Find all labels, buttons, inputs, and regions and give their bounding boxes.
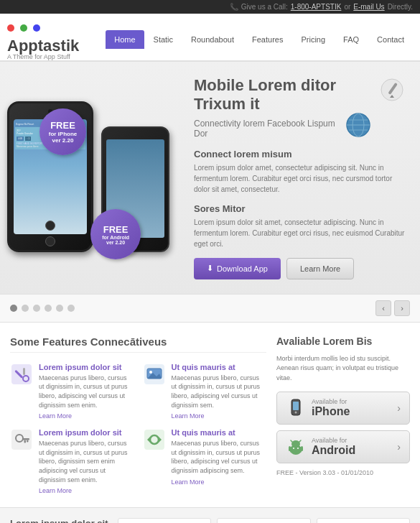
iphone-avail-icon	[286, 398, 306, 418]
logo-title: Apptastik	[7, 18, 106, 55]
quote-icon-2: "	[221, 520, 228, 523]
testimonial-2: " Maecenas purus libero, cursus ut digni…	[217, 518, 310, 523]
android-avail-button[interactable]: Available for Android ›	[276, 430, 410, 463]
feature-content-3: Lorem ipsum dolor sit Maecenas purus lib…	[39, 428, 134, 494]
avail-title: Avaliable Lorem Bis	[276, 335, 410, 347]
feature-text-1: Maecenas purus libero, cursus ut digniss…	[39, 374, 134, 409]
hero-text: Mobile Lorem ditor Trixum it Connectivit…	[179, 76, 406, 279]
nav-roundabout[interactable]: Roundabout	[182, 30, 243, 49]
svg-rect-28	[290, 447, 302, 453]
bottom-content: Lorem ipsum dolor sit amet maecenas... →…	[0, 507, 420, 523]
dot-6[interactable]	[67, 305, 75, 312]
dot-4[interactable]	[45, 305, 52, 312]
android-avail-arrow: ›	[397, 441, 401, 453]
hero-section1-title: Connect lorem misum	[194, 149, 406, 159]
email-link[interactable]: E-mail Us	[353, 3, 384, 11]
iphone-avail-label: Available for	[312, 398, 391, 405]
features-section: Some Features Connecātiveus Lorem ipsum …	[0, 323, 420, 507]
iphone-avail-arrow: ›	[397, 402, 401, 414]
iphone-avail-button[interactable]: Available for iPhone ›	[276, 392, 410, 425]
dot-3[interactable]	[33, 305, 40, 312]
testimonial-3: " Maecenas purus libero leo id tu sty, c…	[317, 518, 410, 523]
logo-subtitle: A Theme for App Stuff	[7, 53, 106, 60]
feature-link-3[interactable]: Learn More	[39, 487, 134, 494]
hero-section1-text: Lorem ipsum dolor amet, consectetur adip…	[194, 162, 406, 195]
logo-dot3	[33, 24, 40, 32]
svg-rect-20	[24, 440, 27, 443]
svg-point-30	[297, 448, 299, 449]
slider-bar: ‹ ›	[0, 294, 420, 323]
phone-label: Give us a Call:	[241, 3, 288, 11]
avail-description: Morbi interdum mollis leo id stu suscipi…	[276, 354, 410, 384]
iphone-avail-name: iPhone	[312, 405, 391, 418]
dot-1[interactable]	[10, 305, 17, 312]
feature-title-3: Lorem ipsum dolor sit	[39, 428, 134, 437]
image-icon	[143, 363, 166, 386]
testimonial-1: " Maecenas purus libero leo id tu suscip…	[118, 518, 211, 523]
feature-item-2: Ut quis mauris at Maecenas purus libero,…	[143, 363, 267, 420]
phone-number-link[interactable]: 1-800-APTSTIK	[291, 3, 342, 11]
nav-home[interactable]: Home	[106, 30, 144, 49]
nav-contact[interactable]: Contact	[368, 30, 413, 49]
svg-rect-25	[293, 402, 299, 410]
key-icon	[10, 428, 33, 451]
feature-text-2: Maecenas purus libero, cursus ut digniss…	[172, 374, 267, 409]
svg-rect-10	[23, 368, 25, 375]
header: Apptastik A Theme for App Stuff Home Sta…	[0, 14, 420, 62]
slider-arrows: ‹ ›	[375, 300, 410, 316]
feature-content-4: Ut quis mauris at Maecenas purus libero,…	[172, 428, 267, 494]
feature-link-2[interactable]: Learn More	[172, 412, 267, 420]
prev-arrow[interactable]: ‹	[375, 300, 391, 316]
feature-item-1: Lorem ipsum dolor sit Maecenas purus lib…	[10, 363, 134, 420]
nav-pricing[interactable]: Pricing	[292, 30, 334, 49]
dot-2[interactable]	[22, 305, 29, 312]
features-title: Some Features Connecātiveus	[10, 335, 266, 353]
hero-subtitle: Connectivity lorem Facebook Lispum Dor	[194, 119, 406, 139]
phone-icon: 📞	[230, 3, 238, 11]
free-badge-android: FREE for Android ver 2.20	[90, 209, 141, 259]
feature-title-1: Lorem ipsum dolor sit	[39, 363, 134, 371]
quote-icon-1: "	[122, 520, 129, 523]
or-text: or	[344, 3, 350, 11]
svg-rect-19	[27, 440, 29, 443]
side-feature-title: Lorem ipsum dolor sit amet maecenas...	[10, 518, 111, 523]
download-button[interactable]: ⬇ Download App	[194, 258, 281, 279]
directly-text: Directly.	[388, 3, 413, 11]
globe-icon	[345, 112, 371, 138]
iphone-btn	[45, 236, 55, 246]
nav-static[interactable]: Static	[145, 30, 182, 49]
next-arrow[interactable]: ›	[394, 300, 410, 316]
svg-point-35	[291, 440, 300, 448]
testimonial-grid: " Maecenas purus libero leo id tu suscip…	[118, 518, 410, 523]
nav-faq[interactable]: FAQ	[335, 30, 368, 49]
version-text: FREE - Version 3.03 - 01/01/2010	[276, 469, 410, 476]
logo-dot2	[20, 24, 27, 32]
learn-more-button[interactable]: Learn More	[286, 258, 354, 279]
dot-5[interactable]	[56, 305, 63, 312]
main-nav: Home Static Roundabout Features Pricing …	[106, 30, 413, 49]
slider-dots	[10, 305, 75, 312]
android-avail-icon	[286, 437, 306, 457]
feature-content-1: Lorem ipsum dolor sit Maecenas purus lib…	[39, 363, 134, 420]
pencil-icon	[378, 76, 406, 103]
feature-title-2: Ut quis mauris at	[172, 363, 267, 371]
android-avail-label: Available for	[312, 437, 391, 444]
hero-section2-text: Lorem ipsum dolor sit amet, consectetur …	[194, 217, 406, 249]
hero-phones: Dogmar Ski Resort1+ 20°1-4 Powder Granul…	[7, 101, 179, 254]
hero-title: Mobile Lorem ditor Trixum it	[194, 76, 406, 114]
svg-rect-34	[301, 446, 303, 451]
logo-dot1	[7, 24, 14, 32]
svg-rect-18	[22, 438, 29, 440]
hero-section2-title: Sores Mitor	[194, 203, 406, 214]
free-badge-iphone: FREE for iPhone ver 2.20	[39, 108, 86, 155]
features-left: Some Features Connecātiveus Lorem ipsum …	[10, 335, 266, 494]
svg-point-29	[293, 448, 294, 449]
side-feature: Lorem ipsum dolor sit amet maecenas... →…	[10, 518, 111, 523]
tools-icon	[10, 363, 33, 386]
svg-point-14	[149, 371, 152, 374]
nav-features[interactable]: Features	[243, 30, 291, 49]
quote-icon-3: "	[321, 520, 328, 523]
feature-link-1[interactable]: Learn More	[39, 412, 134, 420]
feature-text-3: Maecenas purus libero, cursus ut digniss…	[39, 439, 134, 484]
feature-link-4[interactable]: Learn More	[172, 478, 267, 486]
